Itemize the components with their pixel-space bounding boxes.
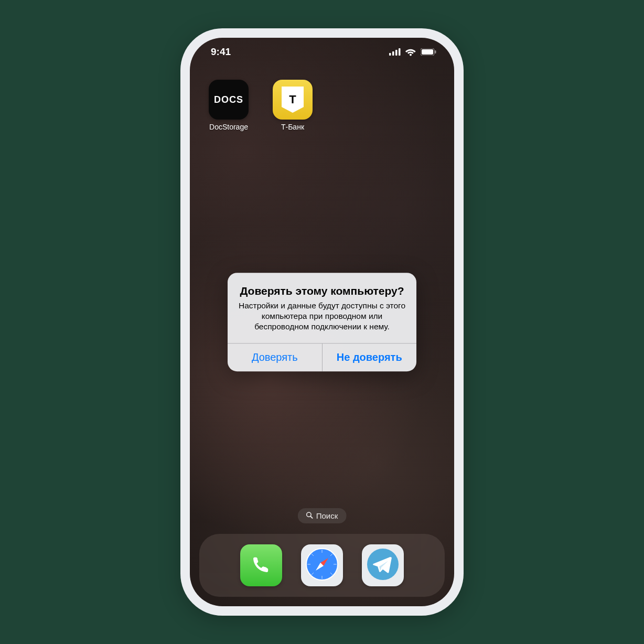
dock-app-phone[interactable] bbox=[240, 544, 282, 586]
app-label-tbank: Т-Банк bbox=[281, 123, 304, 131]
wifi-icon bbox=[405, 48, 416, 56]
trust-button[interactable]: Доверять bbox=[228, 344, 322, 371]
app-label-docstorage: DocStorage bbox=[209, 123, 248, 131]
svg-rect-2 bbox=[395, 50, 398, 56]
phone-icon bbox=[250, 553, 273, 578]
search-label: Поиск bbox=[316, 511, 338, 520]
search-icon bbox=[306, 511, 313, 520]
status-icons bbox=[389, 48, 436, 56]
dock-app-telegram[interactable] bbox=[362, 544, 404, 586]
screen: 9:41 DOCS DocStorage bbox=[190, 38, 454, 606]
phone-frame: 9:41 DOCS DocStorage bbox=[180, 28, 464, 616]
trust-computer-alert: Доверять этому компьютеру? Настройки и д… bbox=[228, 273, 416, 371]
tbank-shield-icon: T bbox=[282, 87, 304, 113]
svg-line-8 bbox=[310, 517, 313, 519]
svg-rect-0 bbox=[389, 53, 391, 56]
svg-rect-5 bbox=[422, 49, 433, 55]
alert-title: Доверять этому компьютеру? bbox=[237, 284, 407, 297]
spotlight-search[interactable]: Поиск bbox=[298, 508, 347, 523]
telegram-icon bbox=[365, 546, 401, 584]
status-time: 9:41 bbox=[211, 46, 231, 58]
svg-rect-1 bbox=[392, 51, 394, 56]
alert-message: Настройки и данные будут доступны с этог… bbox=[237, 300, 407, 332]
alert-buttons: Доверять Не доверять bbox=[228, 343, 416, 371]
cellular-signal-icon bbox=[389, 48, 401, 56]
alert-body: Доверять этому компьютеру? Настройки и д… bbox=[228, 273, 416, 343]
app-tbank[interactable]: T Т-Банк bbox=[269, 80, 317, 131]
status-bar: 9:41 bbox=[190, 38, 454, 66]
safari-compass-icon bbox=[304, 546, 340, 584]
dont-trust-button[interactable]: Не доверять bbox=[322, 344, 417, 371]
svg-rect-6 bbox=[435, 50, 436, 53]
dock-app-safari[interactable] bbox=[301, 544, 343, 586]
docstorage-icon-text: DOCS bbox=[214, 94, 243, 105]
home-app-grid: DOCS DocStorage T Т-Банк bbox=[205, 80, 439, 131]
app-docstorage[interactable]: DOCS DocStorage bbox=[205, 80, 253, 131]
dock bbox=[199, 534, 445, 597]
tbank-icon: T bbox=[273, 80, 313, 120]
docstorage-icon: DOCS bbox=[209, 80, 249, 120]
battery-icon bbox=[421, 48, 436, 56]
svg-rect-3 bbox=[399, 48, 401, 56]
